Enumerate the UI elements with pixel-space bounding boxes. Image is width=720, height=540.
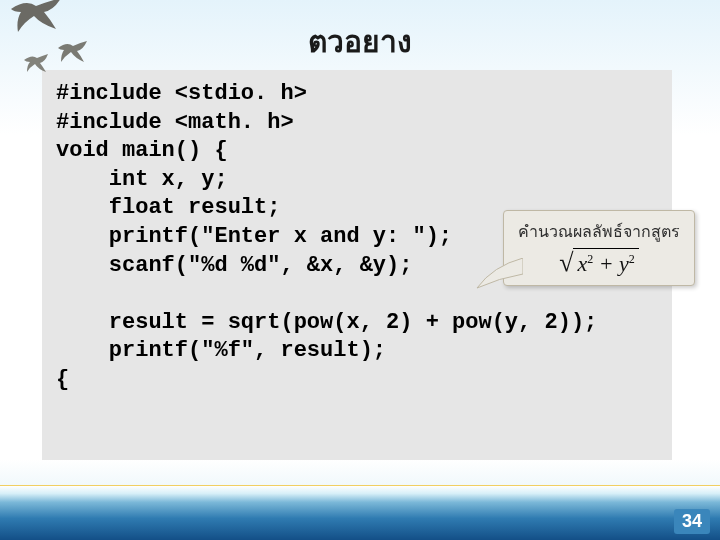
callout-caption: คำนวณผลลัพธ์จากสูตร: [518, 219, 680, 244]
ocean-footer: [0, 485, 720, 540]
bird-decor-small-2: [22, 52, 50, 76]
callout-formula: √ x2 + y2: [518, 248, 680, 277]
bird-decor-small-1: [55, 38, 89, 68]
page-number: 34: [674, 509, 710, 534]
formula-callout: คำนวณผลลัพธ์จากสูตร √ x2 + y2: [503, 210, 695, 286]
slide-title: ตวอยาง: [0, 18, 720, 65]
